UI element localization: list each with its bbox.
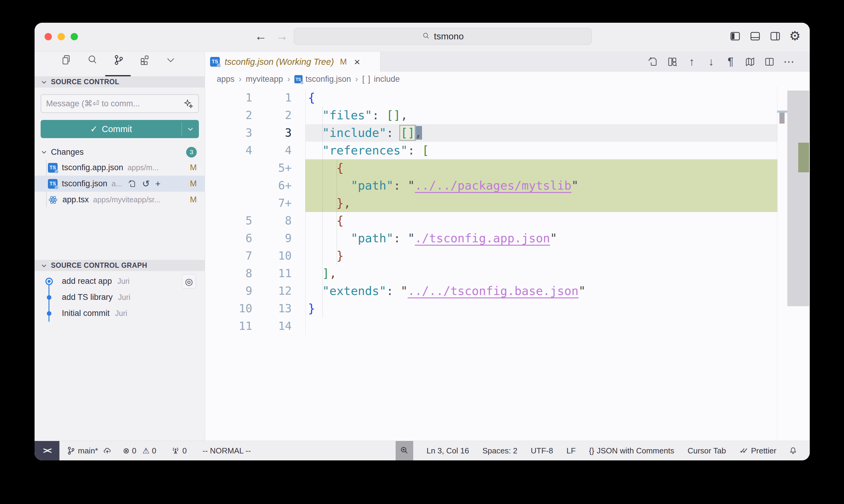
original-line-number[interactable]: 5 bbox=[205, 212, 252, 230]
layout-sidebar-right-icon[interactable] bbox=[769, 30, 781, 42]
modified-line-number[interactable]: 13 bbox=[252, 300, 292, 318]
code-content[interactable] bbox=[305, 318, 778, 335]
code-line-11[interactable]: 811 ], bbox=[205, 265, 810, 282]
code-line-4[interactable]: 44 "references": [ bbox=[205, 142, 810, 159]
diff-editor[interactable]: 11{22 "files": [],33 "include": [],44 "r… bbox=[205, 87, 810, 441]
notifications-bell[interactable] bbox=[789, 446, 798, 455]
modified-line-number[interactable]: 2 bbox=[252, 107, 292, 124]
eol-indicator[interactable]: LF bbox=[566, 446, 575, 455]
code-content[interactable]: "extends": "../../tsconfig.base.json" bbox=[305, 282, 778, 300]
modified-line-number[interactable]: 11 bbox=[252, 265, 292, 282]
open-file-icon[interactable] bbox=[127, 179, 137, 188]
copilot-sparkle-icon[interactable] bbox=[183, 98, 193, 109]
code-line-8[interactable]: 58 { bbox=[205, 212, 810, 230]
more-views-chevron-icon[interactable] bbox=[165, 54, 176, 66]
tab-tsconfig-working-tree[interactable]: TS tsconfig.json (Working Tree) M × bbox=[205, 52, 380, 72]
changed-file-row-app.tsx[interactable]: app.tsxapps/myviteapp/sr...M bbox=[35, 192, 205, 208]
command-center-search[interactable]: tsmono bbox=[294, 28, 592, 45]
breadcrumb-item-include[interactable]: [ ]include bbox=[362, 74, 400, 84]
original-line-number[interactable]: 4 bbox=[205, 142, 252, 159]
vim-mode-indicator[interactable]: -- NORMAL -- bbox=[203, 446, 251, 455]
modified-line-number[interactable]: 8 bbox=[252, 212, 292, 230]
modified-line-number[interactable]: 4 bbox=[252, 142, 292, 159]
modified-line-number[interactable]: 12 bbox=[252, 282, 292, 300]
traffic-light-maximize[interactable] bbox=[71, 33, 78, 40]
back-icon[interactable]: ← bbox=[254, 30, 268, 43]
commit-row[interactable]: Initial commitJuri bbox=[35, 305, 205, 321]
code-line-10[interactable]: 710 } bbox=[205, 247, 810, 265]
modified-line-number[interactable]: 7+ bbox=[252, 195, 292, 212]
modified-line-number[interactable]: 10 bbox=[252, 247, 292, 265]
code-line-12[interactable]: 912 "extends": "../../tsconfig.base.json… bbox=[205, 282, 810, 300]
modified-line-number[interactable]: 5+ bbox=[252, 159, 292, 177]
original-line-number[interactable]: 10 bbox=[205, 300, 252, 318]
split-editor-icon[interactable] bbox=[764, 56, 775, 68]
changed-file-row-tsconfig.app.json[interactable]: TStsconfig.app.jsonapps/m...M bbox=[35, 160, 205, 176]
checkout-bullseye-button[interactable]: ◎ bbox=[182, 274, 196, 289]
changed-file-row-tsconfig.json[interactable]: TStsconfig.jsona... ↺ +M bbox=[35, 176, 205, 192]
code-content[interactable]: "path": "./tsconfig.app.json" bbox=[305, 230, 778, 247]
code-line-1[interactable]: 11{ bbox=[205, 89, 810, 107]
source-control-icon[interactable] bbox=[113, 54, 124, 66]
formatter-indicator[interactable]: ✓✓ Prettier bbox=[739, 446, 776, 455]
modified-line-number[interactable]: 6+ bbox=[252, 177, 292, 195]
branch-indicator[interactable]: main* bbox=[66, 446, 112, 455]
modified-line-number[interactable]: 14 bbox=[252, 318, 292, 335]
layout-panel-icon[interactable] bbox=[749, 30, 761, 42]
commit-dropdown-button[interactable] bbox=[182, 125, 199, 133]
modified-line-number[interactable]: 9 bbox=[252, 230, 292, 247]
changes-section-header[interactable]: Changes 3 bbox=[35, 145, 205, 159]
code-line-13[interactable]: 1013} bbox=[205, 300, 810, 318]
indentation-indicator[interactable]: Spaces: 2 bbox=[482, 446, 517, 455]
encoding-indicator[interactable]: UTF-8 bbox=[531, 446, 553, 455]
original-line-number[interactable] bbox=[205, 159, 252, 177]
commit-row[interactable]: add react appJuri◎ bbox=[35, 273, 205, 289]
inline-view-icon[interactable] bbox=[667, 56, 678, 68]
open-file-icon[interactable] bbox=[647, 56, 659, 68]
more-actions-icon[interactable]: ⋯ bbox=[783, 56, 795, 68]
close-icon[interactable]: × bbox=[354, 56, 360, 68]
code-line-14[interactable]: 1114 bbox=[205, 318, 810, 335]
editor-scrollbar[interactable] bbox=[787, 91, 809, 306]
code-line-3[interactable]: 33 "include": [], bbox=[205, 124, 810, 142]
commit-row[interactable]: add TS libraryJuri bbox=[35, 289, 205, 305]
commit-message-input[interactable] bbox=[46, 99, 183, 108]
pilcrow-icon[interactable]: ¶ bbox=[725, 56, 736, 68]
code-content[interactable]: ], bbox=[305, 265, 778, 282]
code-line-7[interactable]: 7+ }, bbox=[205, 195, 810, 212]
code-content[interactable]: "path": "../../packages/mytslib" bbox=[305, 177, 778, 195]
code-content[interactable]: { bbox=[305, 89, 778, 107]
code-line-5[interactable]: 5+ { bbox=[205, 159, 810, 177]
traffic-light-close[interactable] bbox=[45, 33, 52, 40]
code-content[interactable]: "references": [ bbox=[305, 142, 778, 159]
original-line-number[interactable] bbox=[205, 195, 252, 212]
code-content[interactable]: { bbox=[305, 212, 778, 230]
original-line-number[interactable]: 9 bbox=[205, 282, 252, 300]
code-content[interactable]: }, bbox=[305, 195, 778, 212]
original-line-number[interactable]: 3 bbox=[205, 124, 252, 142]
code-line-6[interactable]: 6+ "path": "../../packages/mytslib" bbox=[205, 177, 810, 195]
language-mode-indicator[interactable]: {} JSON with Comments bbox=[589, 446, 674, 455]
settings-gear-icon[interactable]: ⚙ bbox=[789, 30, 800, 42]
original-line-number[interactable]: 7 bbox=[205, 247, 252, 265]
discard-changes-icon[interactable]: ↺ bbox=[142, 179, 150, 188]
original-line-number[interactable]: 1 bbox=[205, 89, 252, 107]
problems-indicator[interactable]: ⊗ 0 ⚠ 0 bbox=[123, 446, 156, 455]
explorer-icon[interactable] bbox=[61, 54, 72, 66]
stage-changes-icon[interactable]: + bbox=[155, 179, 161, 188]
code-content[interactable]: } bbox=[305, 300, 778, 318]
previous-change-icon[interactable]: ↑ bbox=[686, 56, 697, 68]
modified-line-number[interactable]: 3 bbox=[252, 124, 292, 142]
original-line-number[interactable]: 6 bbox=[205, 230, 252, 247]
source-control-graph-header[interactable]: SOURCE CONTROL GRAPH bbox=[35, 260, 205, 271]
extensions-icon[interactable] bbox=[139, 54, 150, 66]
breadcrumb-item-apps[interactable]: apps bbox=[217, 74, 235, 84]
commit-button[interactable]: ✓ Commit bbox=[41, 120, 199, 138]
zoom-indicator[interactable] bbox=[396, 441, 413, 461]
map-icon[interactable] bbox=[744, 56, 756, 68]
original-line-number[interactable]: 2 bbox=[205, 107, 252, 124]
modified-line-number[interactable]: 1 bbox=[252, 89, 292, 107]
remote-indicator[interactable]: >< bbox=[35, 441, 59, 461]
original-line-number[interactable]: 11 bbox=[205, 318, 252, 335]
search-view-icon[interactable] bbox=[87, 54, 98, 66]
